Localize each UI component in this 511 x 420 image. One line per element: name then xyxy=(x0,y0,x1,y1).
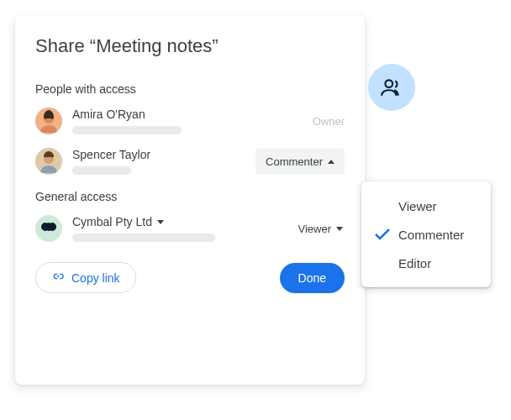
svg-point-4 xyxy=(385,80,392,87)
copy-link-button[interactable]: Copy link xyxy=(35,262,136,293)
org-avatar xyxy=(35,215,62,242)
role-option-commenter[interactable]: Commenter xyxy=(361,220,491,249)
link-icon xyxy=(51,270,65,286)
placeholder-line xyxy=(72,166,131,175)
person-row: Amira O'Ryan Owner xyxy=(35,108,345,134)
org-info: Cymbal Pty Ltd xyxy=(72,215,296,242)
role-option-label: Commenter xyxy=(398,228,464,242)
person-row: Spencer Taylor Commenter xyxy=(35,148,345,175)
people-badge xyxy=(368,64,415,111)
done-button[interactable]: Done xyxy=(280,263,345,293)
role-option-label: Editor xyxy=(398,256,431,270)
chevron-up-icon xyxy=(328,160,335,164)
person-info: Spencer Taylor xyxy=(72,148,256,175)
share-dialog: Share “Meeting notes” People with access… xyxy=(15,15,365,385)
copy-link-label: Copy link xyxy=(71,271,120,285)
role-option-viewer[interactable]: Viewer xyxy=(361,192,491,220)
role-select-label: Viewer xyxy=(298,223,331,235)
chevron-down-icon xyxy=(336,227,343,231)
check-slot xyxy=(375,255,390,270)
general-access-heading: General access xyxy=(35,190,345,203)
person-info: Amira O'Ryan xyxy=(72,108,313,134)
placeholder-line xyxy=(72,234,215,242)
avatar xyxy=(35,148,62,175)
check-slot xyxy=(375,198,390,213)
role-select-commenter[interactable]: Commenter xyxy=(256,149,345,175)
person-name: Spencer Taylor xyxy=(72,148,256,161)
org-name: Cymbal Pty Ltd xyxy=(72,215,152,228)
org-name-select[interactable]: Cymbal Pty Ltd xyxy=(72,215,296,228)
chevron-down-icon xyxy=(157,220,164,224)
people-icon xyxy=(381,78,403,97)
dialog-footer: Copy link Done xyxy=(35,262,345,293)
people-access-heading: People with access xyxy=(35,82,345,96)
role-dropdown-menu: Viewer Commenter Editor xyxy=(361,181,491,287)
placeholder-line xyxy=(72,126,182,134)
avatar xyxy=(35,108,62,134)
dialog-title: Share “Meeting notes” xyxy=(35,35,345,57)
check-icon xyxy=(375,227,390,242)
role-option-label: Viewer xyxy=(398,199,437,213)
person-name: Amira O'Ryan xyxy=(72,108,313,121)
role-select-label: Commenter xyxy=(266,155,323,168)
org-row: Cymbal Pty Ltd Viewer xyxy=(35,215,345,242)
role-select-viewer[interactable]: Viewer xyxy=(296,219,345,239)
role-label-owner: Owner xyxy=(313,115,345,128)
role-option-editor[interactable]: Editor xyxy=(361,249,491,277)
